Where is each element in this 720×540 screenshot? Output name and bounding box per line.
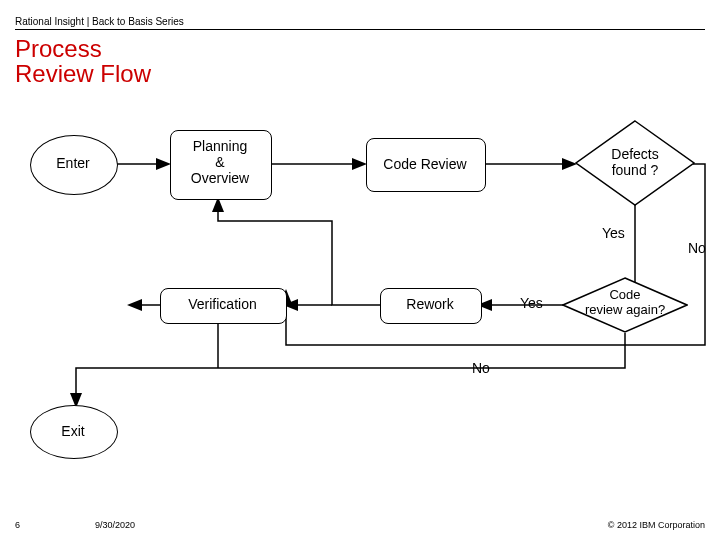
label-yes-2: Yes — [520, 295, 543, 311]
node-enter-label: Enter — [30, 155, 116, 171]
node-code-review-label: Code Review — [366, 156, 484, 172]
node-review-again-label: Code review again? — [562, 288, 688, 318]
node-verification-label: Verification — [160, 296, 285, 312]
label-yes-1: Yes — [602, 225, 625, 241]
flow-arrows — [0, 0, 720, 540]
footer-date: 9/30/2020 — [95, 520, 135, 530]
node-defects-label: Defects found ? — [575, 146, 695, 178]
footer-copyright: © 2012 IBM Corporation — [608, 520, 705, 530]
node-planning-label: Planning & Overview — [170, 138, 270, 186]
label-no-1: No — [688, 240, 706, 256]
label-no-2: No — [472, 360, 490, 376]
node-rework-label: Rework — [380, 296, 480, 312]
node-exit-label: Exit — [30, 423, 116, 439]
footer-page-number: 6 — [15, 520, 20, 530]
